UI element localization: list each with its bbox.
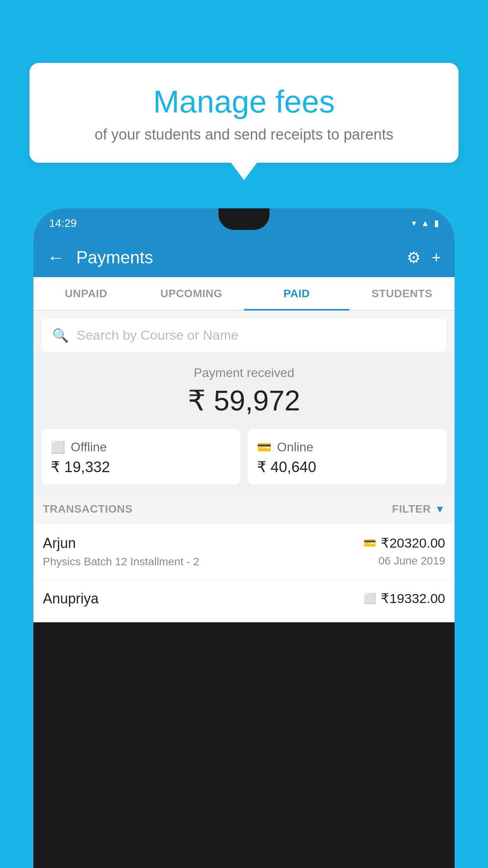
offline-icon: ⬜ [51,440,65,454]
filter-button[interactable]: FILTER ▼ [392,503,445,515]
txn-right-2: ⬜ ₹19332.00 [363,590,445,606]
transactions-header: TRANSACTIONS FILTER ▼ [33,494,455,524]
txn-date-1: 06 June 2019 [378,555,445,567]
battery-icon: ▮ [434,218,439,228]
online-card: 💳 Online ₹ 40,640 [248,429,447,484]
main-subtitle: of your students and send receipts to pa… [53,126,435,143]
txn-amount-2: ₹19332.00 [381,590,445,606]
online-label: Online [277,440,314,454]
phone-screen: 14:29 ▾ ▲ ▮ ← Payments ⚙ + UNPAID UPCOMI… [33,208,455,622]
speech-bubble: Manage fees of your students and send re… [29,63,459,163]
back-button[interactable]: ← [47,248,64,267]
add-button[interactable]: + [432,249,441,267]
search-icon: 🔍 [52,327,69,343]
tabs-bar: UNPAID UPCOMING PAID STUDENTS [33,277,455,311]
tab-upcoming[interactable]: UPCOMING [139,277,244,310]
phone-frame: 14:29 ▾ ▲ ▮ ← Payments ⚙ + UNPAID UPCOMI… [33,208,455,868]
app-content: 🔍 Search by Course or Name Payment recei… [33,311,455,622]
status-icons: ▾ ▲ ▮ [412,218,439,228]
txn-amount-row-1: 💳 ₹20320.00 [363,535,445,551]
txn-name-2: Anupriya [43,590,363,607]
wifi-icon: ▾ [412,218,416,228]
txn-name-1: Arjun [43,535,363,552]
nav-actions: ⚙ + [407,248,441,267]
txn-amount-1: ₹20320.00 [381,535,445,551]
txn-right-1: 💳 ₹20320.00 06 June 2019 [363,535,445,567]
online-amount: ₹ 40,640 [257,458,437,476]
tab-unpaid[interactable]: UNPAID [33,277,139,310]
offline-amount: ₹ 19,332 [51,458,231,476]
offline-card-header: ⬜ Offline [51,440,231,454]
search-placeholder: Search by Course or Name [77,327,238,343]
signal-icon: ▲ [421,218,429,228]
transactions-label: TRANSACTIONS [43,503,132,515]
online-card-header: 💳 Online [257,440,437,454]
transaction-item[interactable]: Anupriya ⬜ ₹19332.00 [33,579,455,622]
transaction-item[interactable]: Arjun Physics Batch 12 Installment - 2 💳… [33,524,455,579]
online-icon: 💳 [257,440,272,454]
nav-bar: ← Payments ⚙ + [33,238,455,277]
transaction-list: Arjun Physics Batch 12 Installment - 2 💳… [33,524,455,622]
page-title: Payments [76,248,399,267]
main-title: Manage fees [53,85,435,119]
txn-offline-icon-2: ⬜ [363,592,376,605]
offline-label: Offline [71,440,107,454]
txn-detail-1: Physics Batch 12 Installment - 2 [43,555,363,568]
payment-cards: ⬜ Offline ₹ 19,332 💳 Online ₹ 40,640 [33,429,455,494]
settings-button[interactable]: ⚙ [407,248,421,267]
status-time: 14:29 [49,217,77,230]
tab-paid[interactable]: PAID [244,277,349,310]
status-bar: 14:29 ▾ ▲ ▮ [33,208,455,238]
payment-received-label: Payment received [41,366,447,380]
txn-left-2: Anupriya [43,590,363,611]
payment-total-amount: ₹ 59,972 [41,384,447,417]
txn-amount-row-2: ⬜ ₹19332.00 [363,590,445,606]
txn-online-icon-1: 💳 [363,537,376,549]
filter-label: FILTER [392,503,431,515]
txn-left-1: Arjun Physics Batch 12 Installment - 2 [43,535,363,568]
offline-card: ⬜ Offline ₹ 19,332 [41,429,240,484]
filter-icon: ▼ [435,503,445,515]
search-bar[interactable]: 🔍 Search by Course or Name [41,318,447,352]
payment-received-section: Payment received ₹ 59,972 [33,352,455,429]
tab-students[interactable]: STUDENTS [349,277,455,310]
